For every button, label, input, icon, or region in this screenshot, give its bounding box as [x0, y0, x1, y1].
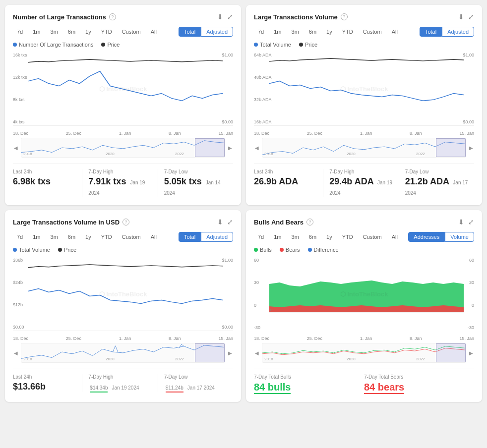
- x-labels: 18. Dec 25. Dec 1. Jan 8. Jan 15. Jan: [13, 130, 233, 138]
- legend-item-bulls: Bulls: [254, 247, 272, 253]
- legend-dot-price3: [58, 248, 62, 252]
- help-icon-4[interactable]: ?: [306, 219, 313, 225]
- filter3-7d[interactable]: 7d: [13, 232, 27, 242]
- filter-ytd[interactable]: YTD: [97, 27, 116, 37]
- legend-label-txs: Number Of Large Transactions: [19, 42, 93, 48]
- filter4-ytd[interactable]: YTD: [338, 232, 357, 242]
- card-title-3: Large Transactions Volume in USD: [13, 219, 120, 226]
- bb-value-bulls: 84 bulls: [254, 382, 364, 394]
- expand-icon-2[interactable]: ⤢: [468, 13, 474, 21]
- filter-1y[interactable]: 1y: [81, 27, 95, 37]
- filter2-3m[interactable]: 3m: [288, 27, 303, 37]
- scroll-left[interactable]: ◀: [13, 145, 19, 151]
- filter3-3m[interactable]: 3m: [47, 232, 62, 242]
- download-icon[interactable]: ⬇: [217, 13, 223, 21]
- legend-2: Total Volume Price: [254, 42, 474, 48]
- filter4-3m[interactable]: 3m: [288, 232, 303, 242]
- legend-item-price3: Price: [58, 247, 76, 253]
- toggle-adjusted[interactable]: Adjusted: [201, 27, 233, 37]
- card-large-txs-usd: Large Transactions Volume in USD ? ⬇ ⤢ 7…: [5, 210, 241, 402]
- scroll-right-4[interactable]: ▶: [468, 350, 474, 356]
- scroll-right-2[interactable]: ▶: [468, 145, 474, 151]
- filter4-7d[interactable]: 7d: [254, 232, 268, 242]
- stat-value-low: 5.05k txs Jan 14 2024: [164, 176, 227, 197]
- stat-7day-low: 7-Day Low 5.05k txs Jan 14 2024: [164, 169, 233, 197]
- filter3-1y[interactable]: 1y: [81, 232, 95, 242]
- filter2-ytd[interactable]: YTD: [338, 27, 357, 37]
- filter3-1m[interactable]: 1m: [29, 232, 44, 242]
- filter3-all[interactable]: All: [147, 232, 161, 242]
- filter-custom[interactable]: Custom: [118, 27, 145, 37]
- filter-6m[interactable]: 6m: [64, 27, 79, 37]
- expand-icon[interactable]: ⤢: [227, 13, 233, 21]
- stat-label-24h: Last 24h: [13, 169, 76, 174]
- mini-chart-svg-4: [262, 343, 466, 362]
- download-icon-4[interactable]: ⬇: [458, 218, 464, 226]
- filter3-custom[interactable]: Custom: [118, 232, 145, 242]
- filter-all[interactable]: All: [147, 27, 161, 37]
- toggle4-addresses[interactable]: Addresses: [408, 232, 445, 242]
- filter4-1m[interactable]: 1m: [270, 232, 285, 242]
- bb-chart-svg: 0: [254, 257, 474, 331]
- filter4-all[interactable]: All: [388, 232, 402, 242]
- scroll-right-3[interactable]: ▶: [227, 350, 233, 356]
- download-icon-2[interactable]: ⬇: [458, 13, 464, 21]
- chart-svg-3: [13, 257, 233, 331]
- filter3-6m[interactable]: 6m: [64, 232, 79, 242]
- filter2-7d[interactable]: 7d: [254, 27, 268, 37]
- mini-chart-2: 2018 2020 2022: [262, 138, 466, 158]
- help-icon-3[interactable]: ?: [122, 219, 129, 225]
- help-icon-2[interactable]: ?: [341, 13, 348, 20]
- filter2-1m[interactable]: 1m: [270, 27, 285, 37]
- time-filters-2: 7d 1m 3m 6m 1y YTD Custom All Total Adju…: [254, 27, 474, 37]
- filter4-custom[interactable]: Custom: [359, 232, 386, 242]
- mini-chart-svg: [21, 138, 225, 157]
- bb-x-labels: 18. Dec 25. Dec 1. Jan 8. Jan 15. Jan: [254, 335, 474, 343]
- legend-dot-diff: [308, 248, 312, 252]
- time-filters-3: 7d 1m 3m 6m 1y YTD Custom All Total Adju…: [13, 232, 233, 242]
- toggle-group-4: Addresses Volume: [408, 232, 474, 242]
- toggle-total[interactable]: Total: [179, 27, 201, 37]
- stat3-value-low: $11.24b Jan 17 2024: [164, 382, 227, 392]
- toggle3-adjusted[interactable]: Adjusted: [201, 232, 233, 242]
- toggle2-total[interactable]: Total: [420, 27, 442, 37]
- scroll-right[interactable]: ▶: [227, 145, 233, 151]
- scroll-window-3[interactable]: [195, 343, 225, 362]
- stat-label-high: 7-Day High: [88, 169, 151, 174]
- toggle2-adjusted[interactable]: Adjusted: [442, 27, 474, 37]
- filter2-all[interactable]: All: [388, 27, 402, 37]
- card-header: Number of Large Transactions ? ⬇ ⤢: [13, 13, 233, 21]
- toggle3-total[interactable]: Total: [179, 232, 201, 242]
- toggle4-volume[interactable]: Volume: [445, 232, 474, 242]
- filter-1m[interactable]: 1m: [29, 27, 44, 37]
- filter4-1y[interactable]: 1y: [322, 232, 336, 242]
- expand-icon-4[interactable]: ⤢: [468, 218, 474, 226]
- legend-3: Total Volume Price: [13, 247, 233, 253]
- legend-item-vol: Total Volume: [254, 42, 291, 48]
- stats-row: Last 24h 6.98k txs 7-Day High 7.91k txs …: [13, 164, 233, 197]
- stat2-label-high: 7-Day High: [329, 169, 392, 174]
- filter2-6m[interactable]: 6m: [305, 27, 320, 37]
- legend-item-txs: Number Of Large Transactions: [13, 42, 93, 48]
- scroll-left-3[interactable]: ◀: [13, 350, 19, 356]
- scroll-window-4[interactable]: [436, 343, 466, 362]
- scroll-window-2[interactable]: [436, 138, 466, 157]
- stat-value-high: 7.91k txs Jan 19 2024: [88, 176, 151, 197]
- time-filters-4: 7d 1m 3m 6m 1y YTD Custom All Addresses …: [254, 232, 474, 242]
- scroll-left-4[interactable]: ◀: [254, 350, 260, 356]
- help-icon[interactable]: ?: [109, 13, 116, 20]
- filter2-custom[interactable]: Custom: [359, 27, 386, 37]
- legend-dot-bears: [280, 248, 284, 252]
- card-header-2: Large Transactions Volume ? ⬇ ⤢: [254, 13, 474, 21]
- filter3-ytd[interactable]: YTD: [97, 232, 116, 242]
- download-icon-3[interactable]: ⬇: [217, 218, 223, 226]
- filter2-1y[interactable]: 1y: [322, 27, 336, 37]
- filter-7d[interactable]: 7d: [13, 27, 27, 37]
- filter4-6m[interactable]: 6m: [305, 232, 320, 242]
- filter-3m[interactable]: 3m: [47, 27, 62, 37]
- scroll-window[interactable]: [195, 138, 225, 157]
- scroll-left-2[interactable]: ◀: [254, 145, 260, 151]
- expand-icon-3[interactable]: ⤢: [227, 218, 233, 226]
- bb-stat-bears: 7-Day Total Bears 84 bears: [364, 374, 474, 394]
- bb-stat-bulls: 7-Day Total Bulls 84 bulls: [254, 374, 364, 394]
